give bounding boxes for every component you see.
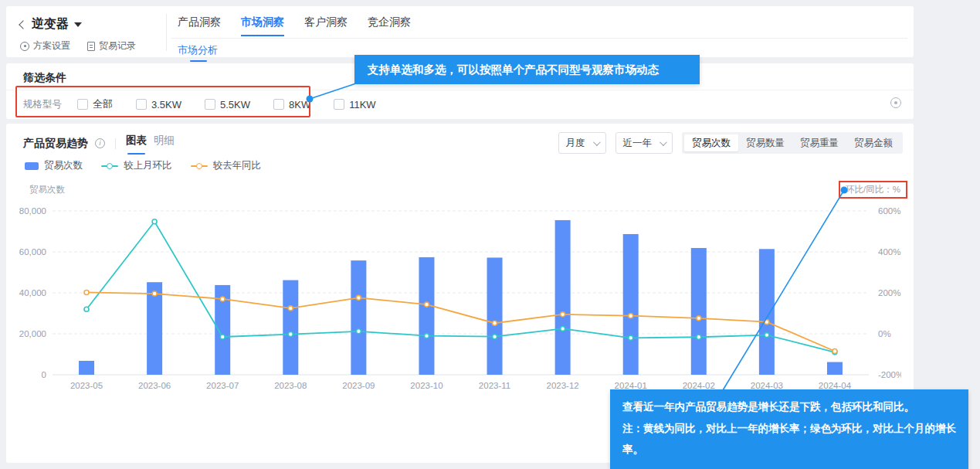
legend-label: 较去年同比 [213,159,262,172]
point-较去年同比-2023-10[interactable] [424,302,429,307]
svg-text:2023-09: 2023-09 [342,381,375,390]
point-较去年同比-2023-11[interactable] [493,321,497,325]
point-较上月环比-2023-08[interactable] [288,332,293,337]
checkbox-icon[interactable] [136,99,147,110]
svg-text:40,000: 40,000 [19,288,46,297]
bar-2024-01[interactable] [623,234,639,375]
period-select[interactable]: 月度 [558,132,606,154]
right-axis-title: 环比/同比：% [846,185,900,194]
bar-2024-02[interactable] [691,248,707,375]
legend-orange-line-swatch [191,165,208,167]
legend-label: 贸易次数 [44,159,83,172]
target-icon [20,42,29,51]
tab-competitor-insight[interactable]: 竞企洞察 [368,15,411,36]
document-icon [87,42,95,51]
svg-text:-200%: -200% [878,370,901,379]
metric-button-trade-quantity[interactable]: 贸易数量 [738,134,792,151]
callout-text-line1: 查看近一年内产品贸易趋势是增长还是下跌，包括环比和同比。 [622,401,914,413]
tab-market-insight[interactable]: 市场洞察 [241,15,284,36]
line-较上月环比[interactable] [86,222,835,352]
legend-bar-swatch [25,162,39,170]
filter-divider [6,90,914,90]
point-较去年同比-2023-05[interactable] [84,290,89,294]
bar-2023-10[interactable] [419,257,434,375]
bar-2023-09[interactable] [351,260,366,375]
checkbox-icon[interactable] [273,99,284,110]
subnav-item-trade-records[interactable]: 贸易记录 [87,39,136,53]
tab-customer-insight[interactable]: 客户洞察 [304,15,348,36]
checkbox-3-5kw[interactable]: 3.5KW [136,97,181,111]
chart-section-title: 产品贸易趋势 [23,137,88,151]
svg-text:2023-10: 2023-10 [410,381,443,390]
metric-button-trade-amount[interactable]: 贸易金额 [846,134,900,151]
bar-2023-11[interactable] [487,257,503,375]
legend-item-trade-count[interactable]: 贸易次数 [25,159,83,172]
point-较上月环比-2023-12[interactable] [561,326,565,331]
checkbox-label: 8KW [289,99,310,110]
checkbox-8kw[interactable]: 8KW [273,97,310,111]
point-较上月环比-2023-07[interactable] [220,335,225,339]
point-较去年同比-2023-12[interactable] [561,312,565,317]
info-icon[interactable] [95,138,105,148]
point-较上月环比-2023-11[interactable] [493,335,497,339]
svg-text:0: 0 [42,370,46,379]
svg-text:200%: 200% [878,288,900,297]
svg-text:400%: 400% [878,247,900,257]
point-较去年同比-2023-07[interactable] [220,297,225,301]
tab-product-insight[interactable]: 产品洞察 [178,15,221,36]
callout-text: 支持单选和多选，可以按照单个产品不同型号观察市场动态 [368,63,659,77]
point-较去年同比-2024-03[interactable] [765,320,769,325]
svg-text:2023-06: 2023-06 [138,381,171,390]
bar-2024-04[interactable] [827,362,843,375]
range-select[interactable]: 近一年 [615,132,673,154]
back-chevron-icon[interactable] [19,20,27,29]
tabs-underline [171,38,907,39]
metric-button-trade-count[interactable]: 贸易次数 [684,134,738,151]
point-较上月环比-2024-01[interactable] [629,335,633,340]
line-较去年同比[interactable] [86,292,835,351]
point-较上月环比-2024-03[interactable] [765,333,769,338]
subnav-item-plan-settings[interactable]: 方案设置 [20,39,70,53]
bar-2023-08[interactable] [283,280,298,375]
legend-teal-line-swatch [101,165,118,167]
point-较去年同比-2023-09[interactable] [356,295,361,300]
subnav-label: 方案设置 [33,39,70,53]
bar-2024-03[interactable] [759,249,775,375]
point-较上月环比-2023-05[interactable] [84,307,89,311]
legend-label: 较上月环比 [124,159,172,172]
point-较上月环比-2023-06[interactable] [152,219,157,224]
svg-text:20,000: 20,000 [19,329,46,338]
point-较上月环比-2024-02[interactable] [697,335,701,339]
checkbox-11kw[interactable]: 11KW [334,97,375,111]
main-tabs: 产品洞察 市场洞察 客户洞察 竞企洞察 [178,15,411,36]
view-tab-detail[interactable]: 明细 [154,134,175,153]
checkbox-icon[interactable] [334,99,344,110]
subtab-market-analysis[interactable]: 市场分析 [178,43,218,57]
checkbox-label: 3.5KW [151,99,181,110]
point-较去年同比-2024-04[interactable] [832,349,837,354]
point-较上月环比-2023-09[interactable] [356,329,361,334]
point-较去年同比-2024-02[interactable] [697,316,701,321]
point-较去年同比-2023-06[interactable] [152,291,157,296]
checkbox-icon[interactable] [77,99,88,110]
filter-target-icon[interactable] [890,97,901,108]
point-较上月环比-2023-10[interactable] [424,334,429,338]
subnav-label: 贸易记录 [99,39,136,53]
bar-2023-12[interactable] [555,220,571,375]
point-较去年同比-2024-01[interactable] [629,314,633,318]
caret-down-icon[interactable] [74,22,82,27]
legend-item-mom[interactable]: 较上月环比 [101,159,172,172]
metric-button-trade-weight[interactable]: 贸易重量 [792,134,846,151]
point-较去年同比-2023-08[interactable] [288,306,293,311]
view-tab-chart[interactable]: 图表 [126,134,147,153]
checkbox-5-5kw[interactable]: 5.5KW [205,97,250,111]
svg-text:2023-11: 2023-11 [479,381,510,390]
checkbox-icon[interactable] [205,99,215,110]
period-select-value: 月度 [566,137,585,150]
bar-2023-05[interactable] [79,361,94,375]
right-axis-title-red-box: 环比/同比：% [839,181,907,199]
legend-item-yoy[interactable]: 较去年同比 [191,159,262,172]
trend-combo-chart[interactable]: 020,00040,00060,00080,000-200%0%200%400%… [19,192,901,399]
checkbox-all[interactable]: 全部 [77,97,113,111]
svg-text:80,000: 80,000 [19,206,46,216]
